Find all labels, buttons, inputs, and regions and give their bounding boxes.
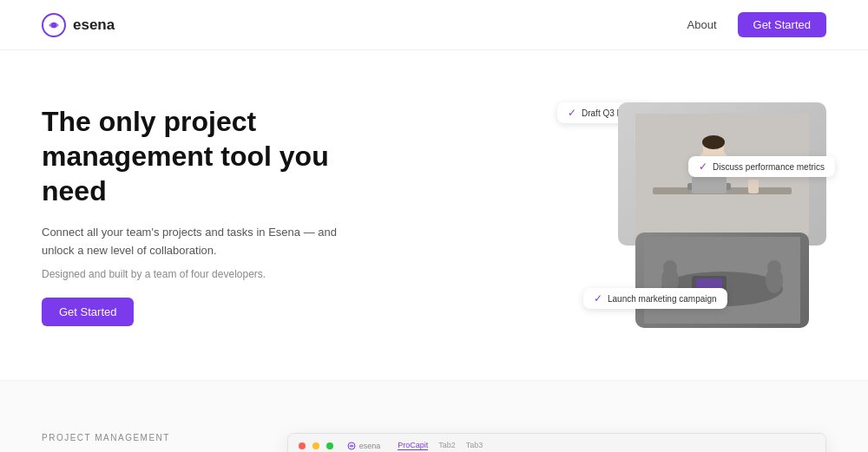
svg-point-17 xyxy=(767,260,781,274)
check-icon-top: ✓ xyxy=(568,107,576,119)
check-icon-mid: ✓ xyxy=(699,160,707,173)
window-close-dot xyxy=(299,442,306,449)
hero-bottom-image xyxy=(635,233,809,328)
mockup-tabs: ProCapit Tab2 Tab3 xyxy=(398,441,483,450)
logo-text: esena xyxy=(73,16,115,34)
hero-text: The only project management tool you nee… xyxy=(42,104,337,327)
mockup-header: esena ProCapit Tab2 Tab3 xyxy=(288,434,825,452)
navbar: esena About Get Started xyxy=(0,0,868,50)
window-maximize-dot xyxy=(326,442,333,449)
nav-right: About Get Started xyxy=(687,12,826,37)
pm-text-block: PROJECT MANAGEMENT Stay Organized and Co… xyxy=(42,433,253,452)
hero-section: The only project management tool you nee… xyxy=(0,50,868,380)
about-link[interactable]: About xyxy=(687,18,717,31)
pm-label: PROJECT MANAGEMENT xyxy=(42,433,253,442)
task-badge-mid: ✓ Discuss performance metrics xyxy=(688,156,835,177)
mockup-tab-3[interactable]: Tab3 xyxy=(466,441,483,450)
svg-rect-9 xyxy=(748,180,759,193)
hero-bottom-placeholder xyxy=(635,233,809,328)
mockup-logo-text: esena xyxy=(359,442,381,450)
svg-point-1 xyxy=(51,23,56,28)
mockup-tab-2[interactable]: Tab2 xyxy=(438,441,456,450)
nav-get-started-button[interactable]: Get Started xyxy=(738,12,826,37)
mockup-logo-icon xyxy=(347,442,356,450)
svg-rect-8 xyxy=(692,176,727,193)
window-minimize-dot xyxy=(312,442,319,449)
svg-point-6 xyxy=(702,135,725,149)
hero-images: ✓ Draft Q3 Budget xyxy=(583,102,826,328)
logo: esena xyxy=(42,13,115,37)
svg-point-15 xyxy=(663,260,677,274)
mockup-logo: esena xyxy=(347,442,381,450)
mockup-tab-1[interactable]: ProCapit xyxy=(398,441,428,450)
pm-section: PROJECT MANAGEMENT Stay Organized and Co… xyxy=(0,381,868,452)
logo-icon xyxy=(42,13,66,37)
hero-sub-text: Designed and built by a team of four dev… xyxy=(42,268,337,280)
hero-description: Connect all your team's projects and tas… xyxy=(42,224,337,260)
task-badge-bot: ✓ Launch marketing campaign xyxy=(583,288,727,309)
app-mockup: esena ProCapit Tab2 Tab3 Dashboard Proje… xyxy=(287,433,826,452)
check-icon-bot: ✓ xyxy=(594,292,602,305)
hero-get-started-button[interactable]: Get Started xyxy=(42,298,134,326)
hero-title: The only project management tool you nee… xyxy=(42,104,337,208)
